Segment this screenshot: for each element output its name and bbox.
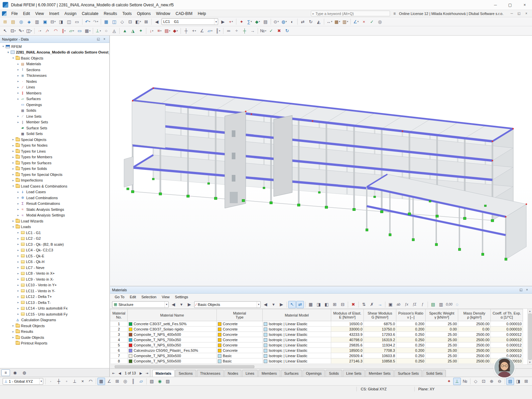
rename-cell-button[interactable]: ab (395, 301, 402, 308)
mirror-button[interactable]: ◭ (315, 18, 323, 25)
export-button[interactable]: ◨ (57, 18, 65, 25)
expand-icon[interactable]: ▸ (16, 191, 20, 194)
table-view-button[interactable]: ▦ (307, 301, 315, 308)
load-case-combo[interactable]: LC1G1▾ (162, 18, 218, 25)
cell-material-name[interactable]: Concrete C30/37_Solaio rigido (128, 327, 217, 332)
table-tab-solid-sets[interactable]: Solid Sets (423, 370, 446, 377)
zoom-window-button[interactable]: ⊡ (126, 18, 134, 25)
isometric-view-button[interactable]: ◇ (118, 18, 126, 25)
edit-object-button[interactable]: ✎▾ (17, 27, 25, 35)
check-model-button[interactable]: ✓ (267, 27, 275, 35)
show-all-loads-button[interactable]: ✦ (445, 378, 453, 385)
menu-help[interactable]: Help (195, 10, 209, 17)
cell-thermal-exp[interactable]: 0.000010 (491, 348, 523, 353)
new-surface-button[interactable]: ▱▾ (68, 27, 75, 35)
tree-item-lc15-urto-automobili-fy[interactable]: ▸LC15 - Urto automobili Fy (0, 311, 109, 317)
expand-icon[interactable]: ▸ (11, 324, 15, 327)
regenerate-model-button[interactable]: ↻ (283, 27, 291, 35)
cell-modulus-e[interactable]: 40798.0 (331, 337, 364, 342)
expand-icon[interactable]: ▸ (16, 249, 20, 252)
cell-material-name[interactable]: Composite_T_NPS_400x500 (128, 332, 217, 337)
calculate-button[interactable]: ∑▾ (246, 18, 253, 25)
cell-poisson[interactable]: 0.250 (396, 342, 426, 348)
mdi-close-button[interactable]: × (523, 10, 530, 17)
formula-sum-button[interactable]: ƒΣ (411, 301, 418, 308)
tree-item-lc13-delta-t[interactable]: ▸LC13 - Delta T- (0, 300, 109, 306)
tree-item-lc10-vento-in-y[interactable]: ▸LC10 - Vento in Y+ (0, 282, 109, 288)
vscroll-thumb[interactable] (528, 314, 532, 360)
expand-icon[interactable]: ▸ (16, 313, 20, 316)
snap-midpoint-button[interactable]: ◦ (63, 378, 70, 385)
tree-item-lc12-delta-t[interactable]: ▸LC12 - Delta T+ (0, 294, 109, 300)
user-views-button[interactable]: ◐ (288, 18, 296, 25)
new-eccentricity-button[interactable]: ◬ (110, 27, 118, 35)
expand-icon[interactable]: ▸ (16, 243, 20, 246)
tree-item-types-for-members[interactable]: ▸Types for Members (0, 154, 109, 160)
cell-mass-density[interactable]: 2500.00 (458, 358, 491, 364)
tree-item-lc6-qk-h[interactable]: ▸LC6 - Qk-H (0, 259, 109, 265)
rotate-button[interactable]: ↻ (307, 18, 315, 25)
table-category-combo[interactable]: ∕Basic Objects▾ (194, 301, 261, 308)
expand-icon[interactable]: ▸ (16, 289, 20, 292)
cell-mass-density[interactable]: 2500.00 (458, 348, 491, 353)
open-model-button[interactable]: ▤ (9, 18, 17, 25)
column-header-coeff-of-th-exp-1-c[interactable]: Coeff. of Th. Exp.α [1/°C] (491, 309, 523, 321)
cell-shear-g[interactable]: 10603.8 (364, 353, 396, 358)
work-plane-button[interactable]: ▱▾ (206, 27, 214, 35)
cell-specific-weight[interactable]: 25.00 (426, 321, 458, 327)
cell-poisson[interactable]: 0.250 (396, 353, 426, 358)
cell-material-type[interactable]: Concrete (217, 342, 263, 348)
cell-mass-density[interactable]: 2500.00 (458, 342, 491, 348)
cut-row-button[interactable]: ✗ (368, 301, 376, 308)
table-tab-thicknesses[interactable]: Thicknesses (197, 370, 224, 377)
menu-options[interactable]: Options (134, 10, 153, 17)
cell-material-name[interactable]: Calcestruzzo C50/60_Pilastri_ Fes.50% (128, 348, 217, 353)
zoom-in-status-button[interactable]: ⊕ (488, 378, 495, 385)
cell-mass-density[interactable]: 2500.00 (458, 332, 491, 337)
tree-item-line-sets[interactable]: ▸∕Line Sets (0, 113, 109, 119)
tree-item-loads[interactable]: ▾Loads (0, 224, 109, 230)
expand-icon[interactable]: ▸ (16, 63, 20, 66)
workplane-toggle-button[interactable]: ▱ (137, 378, 145, 385)
cell-material-name[interactable]: Composite_T_NPS_700x350 (128, 337, 217, 342)
tree-item-lc8-vento-in-x[interactable]: ▸LC8 - Vento in X+ (0, 271, 109, 277)
tree-item-solids[interactable]: ▩Solids (0, 108, 109, 114)
cell-shear-g[interactable]: 7708.3 (364, 348, 396, 353)
scroll-down-icon[interactable]: ▾ (529, 360, 530, 364)
navigator-titlebar[interactable]: Navigator - Data ◱× (0, 36, 109, 43)
cell-mass-density[interactable]: 2500.00 (458, 353, 491, 358)
jump-to-object-button[interactable]: → (376, 301, 384, 308)
select-in-graphic-button[interactable]: ↖ (288, 301, 296, 308)
table-tab-materials[interactable]: Materials (152, 370, 175, 377)
cell-material-model[interactable]: Isotropic | Linear Elastic (263, 358, 331, 364)
generate-frame-button[interactable]: ✦ (137, 27, 145, 35)
cell-modulus-e[interactable]: 18500.0 (331, 348, 364, 353)
tree-item-load-cases-combinations[interactable]: ▾Load Cases & Combinations (0, 183, 109, 189)
model-viewport[interactable] (110, 36, 532, 286)
save-model-button[interactable]: ▣ (41, 18, 49, 25)
expand-icon[interactable]: ▸ (16, 80, 20, 83)
new-nodal-load-button[interactable]: ↓▾ (148, 27, 155, 35)
tree-item-sections[interactable]: ▸ISections (0, 67, 109, 73)
expand-icon[interactable]: ▸ (16, 91, 20, 94)
expand-icon[interactable]: ▸ (11, 173, 15, 176)
tree-item-load-wizards[interactable]: ▸Load Wizards (0, 218, 109, 224)
cell-modulus-e[interactable]: 16500.0 (331, 321, 364, 327)
materials-menu-selection[interactable]: Selection (139, 294, 159, 300)
cell-thermal-exp[interactable]: 0.000012 (491, 332, 523, 337)
prev-category-button[interactable]: ◀ (262, 301, 269, 308)
cell-material-type[interactable]: Concrete (217, 332, 263, 337)
expand-icon[interactable]: ▸ (16, 254, 20, 257)
move-copy-button[interactable]: ⇄ (299, 18, 307, 25)
snap-grid-button[interactable]: ┼ (182, 27, 190, 35)
print-graphic-button[interactable]: ▥ (33, 18, 41, 25)
cell-material-no[interactable]: 8 (110, 358, 128, 364)
tree-item-static-analysis-settings[interactable]: ▸≈Static Analysis Settings (0, 206, 109, 212)
export-table-button[interactable]: ◨ (315, 301, 323, 308)
cell-material-type[interactable]: Basic (217, 353, 263, 358)
last-page-button[interactable]: ⇥ (144, 370, 150, 376)
tree-item-materials[interactable]: ▸▤Materials (0, 61, 109, 67)
fullscreen-button[interactable]: ⊞ (522, 378, 530, 385)
table-vertical-scrollbar[interactable]: ▴▾ (527, 309, 532, 364)
table-tab-nodes[interactable]: Nodes (224, 370, 242, 377)
